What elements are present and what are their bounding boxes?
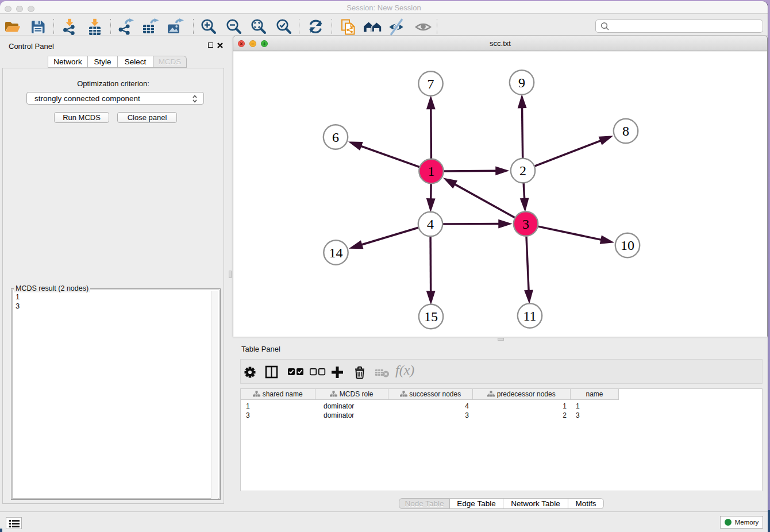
svg-text:4: 4 — [427, 217, 434, 232]
svg-text:7: 7 — [428, 76, 434, 91]
svg-text:11: 11 — [523, 309, 536, 323]
svg-text:2: 2 — [519, 163, 526, 178]
svg-text:3: 3 — [522, 217, 529, 232]
svg-text:8: 8 — [622, 124, 629, 138]
svg-text:6: 6 — [332, 130, 339, 145]
svg-text:15: 15 — [424, 309, 438, 324]
svg-text:9: 9 — [518, 75, 525, 90]
svg-text:14: 14 — [329, 245, 343, 260]
svg-text:10: 10 — [621, 238, 634, 253]
svg-text:1: 1 — [428, 164, 435, 179]
